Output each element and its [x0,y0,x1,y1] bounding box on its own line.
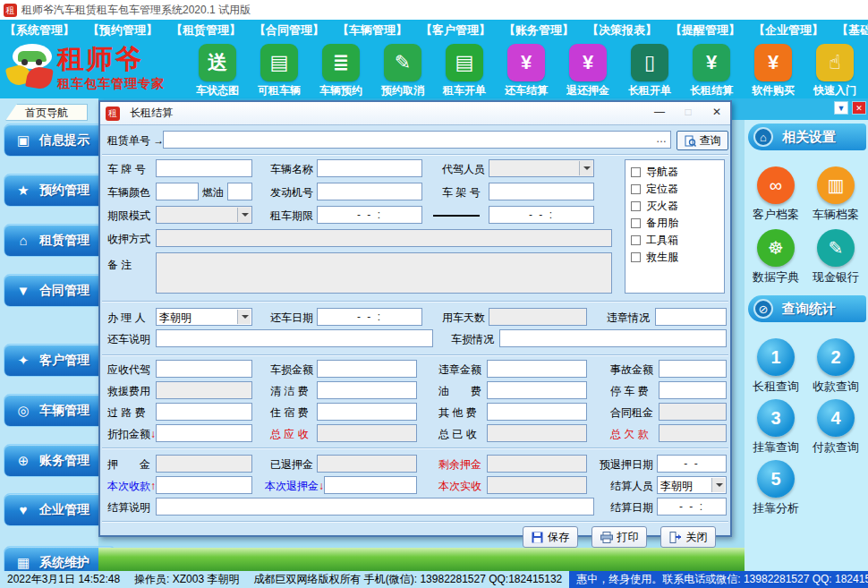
close-button[interactable]: 关闭 [660,526,716,548]
menu-rental[interactable]: 【租赁管理】 [171,22,241,38]
contract-rent-input[interactable] [659,403,727,421]
menu-enterprise[interactable]: 【企业管理】 [753,22,823,38]
lodging-fee-input[interactable] [317,403,417,421]
remark-textarea[interactable] [156,252,612,294]
close-icon[interactable]: ✕ [709,106,725,120]
toolbar-longrent-invoice[interactable]: ▯ 长租开单 [622,44,677,98]
oil-fee-input[interactable] [487,381,587,399]
item-lifejacket[interactable]: 救生服 [631,249,719,266]
toolbar-return-settle[interactable]: ¥ 还车结算 [498,44,554,98]
damage-state-input[interactable] [499,329,727,347]
checkbox-icon[interactable] [631,184,641,194]
chevron-down-icon[interactable]: ▼ [834,101,848,115]
rental-term-start-input[interactable]: - - : [317,206,422,224]
cleaning-fee-input[interactable] [317,381,417,399]
rescue-fee-input[interactable] [156,381,252,399]
menu-settings[interactable]: 【基础设置】 [837,22,868,38]
item-navigator[interactable]: 导航器 [631,164,719,181]
usage-days-input[interactable] [489,308,587,326]
handler-select[interactable]: 李朝明 [156,308,252,326]
menu-reservation[interactable]: 【预约管理】 [88,22,157,38]
nav-tab-home[interactable]: 首页导航 [5,104,88,121]
total-received-input[interactable] [487,424,587,442]
deposit-left-input[interactable] [487,455,587,473]
minimize-icon[interactable]: — [651,106,668,120]
accident-amt-input[interactable] [659,360,727,378]
panel-item-longrent-query[interactable]: 1 长租查询 [747,338,804,395]
rental-term-end-input[interactable]: - - : [489,206,594,224]
print-button[interactable]: 打印 [591,526,647,548]
panel-item-receipt-query[interactable]: 2 收款查询 [807,338,864,395]
query-button[interactable]: 查询 [677,131,728,150]
other-fee-input[interactable] [487,403,587,421]
menu-vehicle[interactable]: 【车辆管理】 [337,22,407,38]
this-deposit-return-input[interactable] [324,476,417,494]
toll-fee-input[interactable] [156,403,252,421]
total-owed-input[interactable] [659,424,727,442]
menu-customer[interactable]: 【客户管理】 [421,22,490,38]
checkbox-icon[interactable] [631,201,641,211]
checkbox-icon[interactable] [631,252,641,262]
item-spare-tire[interactable]: 备用胎 [631,215,719,232]
menu-reminder[interactable]: 【提醒管理】 [670,22,740,38]
item-toolbox[interactable]: 工具箱 [631,232,719,249]
checkbox-icon[interactable] [631,235,641,245]
return-date-input[interactable]: - - : [317,308,422,326]
toolbar-purchase[interactable]: ¥ 软件购买 [745,44,801,98]
settle-person-select[interactable]: 李朝明 [657,476,727,494]
settle-date-input[interactable]: - - : [657,498,727,516]
menu-contract[interactable]: 【合同管理】 [254,22,324,38]
agent-due-input[interactable] [156,360,252,378]
order-no-input[interactable]: … [163,131,671,149]
dialog-title-bar[interactable]: 租 长租结算 — □ ✕ [100,102,730,125]
item-locator[interactable]: 定位器 [631,181,719,198]
this-payment-input[interactable] [156,476,252,494]
item-extinguisher[interactable]: 灭火器 [631,198,719,215]
checkbox-icon[interactable] [631,218,641,228]
panel-item-payment-query[interactable]: 4 付款查询 [807,399,864,456]
driver-select[interactable] [489,159,594,177]
plate-input[interactable] [156,159,252,177]
toolbar-cancel-reserve[interactable]: ✎ 预约取消 [375,44,430,98]
total-due-input[interactable] [317,424,417,442]
panel-item-data-dictionary[interactable]: ☸ 数据字典 [747,229,804,285]
panel-item-cash-bank[interactable]: ✎ 现金银行 [807,229,864,285]
deposit-input[interactable] [156,455,252,473]
deposit-method-input[interactable] [156,229,612,247]
save-button[interactable]: 保存 [523,526,578,548]
settle-note-input[interactable] [156,498,594,516]
menu-report[interactable]: 【决策报表】 [587,22,657,38]
toolbar-quickstart[interactable]: ☝ 快速入门 [807,44,863,98]
discount-input[interactable] [156,424,252,442]
close-tab-icon[interactable]: ✕ [852,101,866,115]
maximize-icon[interactable]: □ [680,106,696,120]
fuel-input[interactable] [227,183,252,200]
violation-state-input[interactable] [655,308,727,326]
predeposit-date-input[interactable]: - - [657,455,727,473]
color-input[interactable] [156,183,199,200]
parking-fee-input[interactable] [659,381,727,399]
return-note-input[interactable] [156,329,433,347]
panel-item-affiliate-analysis[interactable]: 5 挂靠分析 [747,460,804,516]
toolbar-vehicle-status[interactable]: 送 车状态图 [190,44,245,98]
deposit-returned-input[interactable] [317,455,417,473]
toolbar-deposit-return[interactable]: ¥ 退还押金 [560,44,616,98]
panel-item-affiliate-query[interactable]: 3 挂靠查询 [747,399,804,456]
this-received-input[interactable] [487,476,587,494]
frame-no-input[interactable] [489,183,594,200]
panel-item-customer-files[interactable]: ∞ 客户档案 [747,166,804,223]
panel-item-vehicle-files[interactable]: ▥ 车辆档案 [807,166,864,223]
term-mode-select[interactable] [156,206,252,224]
toolbar-vehicle-reserve[interactable]: ≣ 车辆预约 [313,44,369,98]
checkbox-icon[interactable] [631,167,641,177]
toolbar-available-vehicles[interactable]: ▤ 可租车辆 [251,44,307,98]
menu-finance[interactable]: 【账务管理】 [504,22,574,38]
engine-no-input[interactable] [317,183,422,200]
vehicle-name-input[interactable] [317,159,422,177]
ellipsis-button[interactable]: … [656,132,668,145]
violation-amt-input[interactable] [487,360,587,378]
menu-system[interactable]: 【系统管理】 [4,22,74,38]
toolbar-rent-invoice[interactable]: ▤ 租车开单 [437,44,492,98]
toolbar-longrent-settle[interactable]: ¥ 长租结算 [684,44,739,98]
damage-amt-input[interactable] [317,360,417,378]
